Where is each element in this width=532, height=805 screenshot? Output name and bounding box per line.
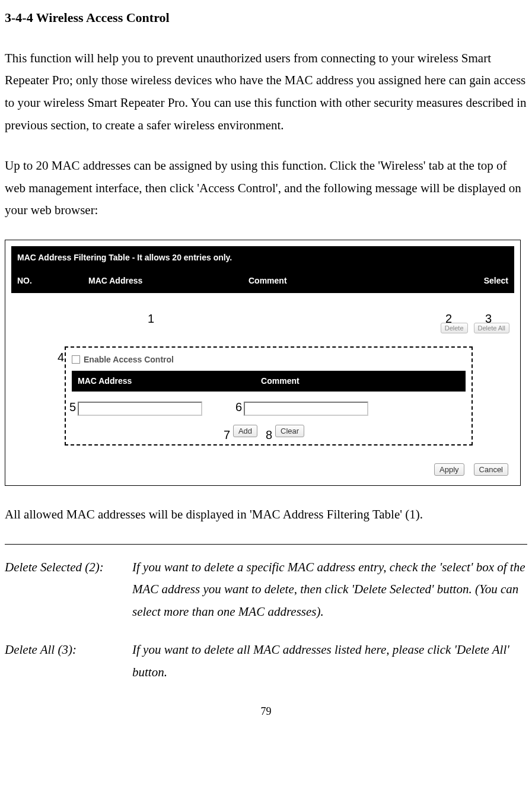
- intro-paragraph-1: This function will help you to prevent u…: [5, 47, 527, 137]
- header-comment: Comment: [249, 273, 467, 288]
- section-heading: 3-4-4 Wireless Access Control: [5, 6, 527, 30]
- access-control-form: 4 Enable Access Control MAC Address Comm…: [65, 346, 473, 446]
- definitions-section: Delete Selected (2): If you want to dele…: [5, 544, 527, 684]
- definition-delete-all: Delete All (3): If you want to delete al…: [5, 639, 527, 684]
- inner-table-header: MAC Address Comment: [72, 371, 466, 392]
- annotation-5: 5: [69, 396, 76, 418]
- intro-paragraph-2: Up to 20 MAC addresses can be assigned b…: [5, 155, 527, 222]
- definition-delete-selected: Delete Selected (2): If you want to dele…: [5, 556, 527, 623]
- annotation-6: 6: [235, 396, 242, 418]
- annotation-4: 4: [58, 346, 64, 368]
- def-desc-delete-selected: If you want to delete a specific MAC add…: [132, 556, 527, 623]
- filtering-table-header: NO. MAC Address Comment Select: [11, 269, 514, 292]
- table-description: All allowed MAC addresses will be displa…: [5, 504, 527, 526]
- add-button[interactable]: Add: [233, 425, 257, 437]
- page-number: 79: [5, 702, 527, 721]
- enable-access-control-checkbox[interactable]: [72, 355, 80, 364]
- def-term-delete-selected: Delete Selected (2):: [5, 556, 132, 623]
- annotation-1: 1: [148, 308, 154, 329]
- header-mac: MAC Address: [88, 273, 249, 288]
- def-term-delete-all: Delete All (3):: [5, 639, 132, 684]
- def-desc-delete-all: If you want to delete all MAC addresses …: [132, 639, 527, 684]
- annotation-8: 8: [266, 424, 272, 446]
- enable-access-control-label: Enable Access Control: [84, 352, 174, 367]
- header-select: Select: [467, 273, 508, 288]
- delete-all-button[interactable]: Delete All: [474, 323, 509, 333]
- ui-screenshot: MAC Address Filtering Table - It allows …: [5, 240, 521, 486]
- clear-button[interactable]: Clear: [275, 425, 304, 437]
- inner-header-mac: MAC Address: [78, 374, 261, 389]
- comment-input[interactable]: [244, 402, 368, 416]
- header-no: NO.: [17, 273, 88, 288]
- table-body-area: 1 2 3 Delete Delete All: [11, 293, 514, 346]
- delete-button[interactable]: Delete: [441, 323, 468, 333]
- annotation-7: 7: [224, 424, 230, 446]
- cancel-button[interactable]: Cancel: [474, 463, 508, 476]
- apply-button[interactable]: Apply: [434, 463, 464, 476]
- inner-header-comment: Comment: [261, 374, 460, 389]
- mac-address-input[interactable]: [78, 402, 202, 416]
- filtering-table-title: MAC Address Filtering Table - It allows …: [11, 246, 514, 269]
